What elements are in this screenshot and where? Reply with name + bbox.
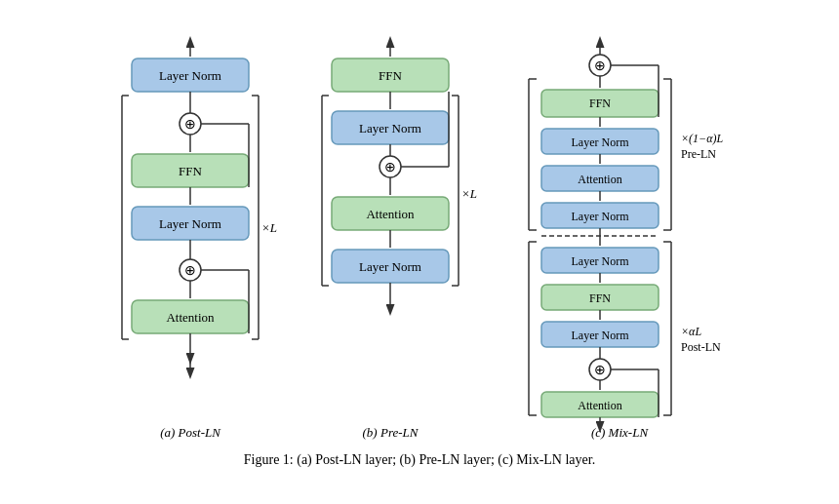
svg-text:Pre-LN: Pre-LN (681, 147, 716, 161)
svg-text:Layer Norm: Layer Norm (572, 254, 630, 268)
pre-ln-label: (b) Pre-LN (363, 425, 419, 441)
svg-text:Attention: Attention (578, 399, 621, 412)
figure-container: Layer Norm ⊕ FFN (0, 27, 839, 478)
svg-text:⊕: ⊕ (594, 58, 606, 73)
svg-text:Attention: Attention (366, 207, 415, 221)
svg-text:×(1−α)L: ×(1−α)L (681, 132, 723, 145)
svg-text:⊕: ⊕ (184, 117, 196, 132)
svg-text:Layer Norm: Layer Norm (159, 216, 221, 231)
svg-text:Attention: Attention (166, 310, 215, 325)
svg-text:Layer Norm: Layer Norm (159, 68, 221, 83)
post-ln-label: (a) Post-LN (160, 425, 220, 441)
svg-text:Layer Norm: Layer Norm (359, 259, 421, 274)
svg-text:⊕: ⊕ (594, 363, 606, 377)
mix-ln-label: (c) Mix-LN (591, 425, 648, 441)
svg-text:×L: ×L (461, 186, 477, 201)
pre-ln-svg: FFN Layer Norm ⊕ (302, 37, 478, 417)
svg-text:Attention: Attention (578, 173, 621, 186)
post-ln-svg: Layer Norm ⊕ FFN (107, 37, 273, 417)
diagrams-row: Layer Norm ⊕ FFN (20, 37, 819, 441)
figure-caption: Figure 1: (a) Post-LN layer; (b) Pre-LN … (244, 452, 595, 468)
diagram-mix-ln: ⊕ FFN Layer Norm Attention (507, 37, 732, 441)
mix-ln-svg: ⊕ FFN Layer Norm Attention (507, 37, 732, 417)
svg-text:Layer Norm: Layer Norm (572, 136, 630, 149)
svg-text:Layer Norm: Layer Norm (572, 329, 630, 342)
svg-text:FFN: FFN (589, 291, 611, 305)
svg-text:Layer Norm: Layer Norm (572, 210, 630, 223)
svg-text:⊕: ⊕ (184, 263, 196, 278)
svg-text:×αL: ×αL (681, 325, 701, 338)
svg-text:FFN: FFN (179, 164, 202, 178)
svg-text:FFN: FFN (379, 68, 402, 83)
diagram-pre-ln: FFN Layer Norm ⊕ (302, 37, 478, 441)
svg-text:⊕: ⊕ (384, 160, 396, 174)
svg-text:FFN: FFN (589, 97, 611, 110)
svg-text:×L: ×L (261, 220, 277, 235)
diagram-post-ln: Layer Norm ⊕ FFN (107, 37, 273, 441)
svg-text:Layer Norm: Layer Norm (359, 121, 421, 136)
svg-text:Post-LN: Post-LN (681, 340, 721, 354)
